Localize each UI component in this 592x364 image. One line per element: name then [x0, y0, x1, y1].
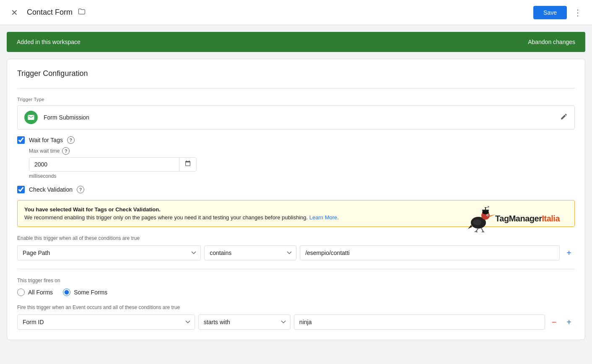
- fires-on-radio-group: All Forms Some Forms: [17, 289, 575, 296]
- some-forms-radio[interactable]: [63, 289, 70, 296]
- warning-body: We recommend enabling this trigger only …: [24, 214, 568, 221]
- warning-title: You have selected Wait for Tags or Check…: [24, 206, 568, 213]
- form-submission-icon: [24, 111, 38, 124]
- max-wait-input[interactable]: [29, 158, 179, 171]
- condition2-operator-dropdown[interactable]: contains equals starts with ends with ma…: [198, 315, 291, 330]
- abandon-changes-link[interactable]: Abandon changes: [528, 39, 575, 45]
- some-forms-label: Some Forms: [74, 289, 107, 296]
- condition1-variable-dropdown[interactable]: Page Path Form ID Form Classes Form Elem…: [17, 245, 201, 260]
- header-right: Save ⋮: [533, 5, 585, 20]
- remove-condition2-button[interactable]: −: [548, 316, 560, 329]
- some-forms-option[interactable]: Some Forms: [63, 289, 107, 296]
- svg-line-18: [482, 231, 483, 232]
- wait-for-tags-label[interactable]: Wait for Tags: [29, 137, 63, 143]
- fire-condition-row: Page Path Form ID Form Classes Form Elem…: [17, 315, 575, 330]
- check-validation-row: Check Validation ?: [17, 186, 575, 193]
- max-wait-input-wrapper: [29, 157, 197, 172]
- trigger-type-name: Form Submission: [44, 114, 89, 121]
- svg-line-13: [476, 228, 478, 231]
- condition2-variable-dropdown[interactable]: Page Path Form ID Form Classes Form Elem…: [17, 315, 195, 330]
- max-wait-picker-button[interactable]: [179, 158, 196, 171]
- header: ✕ Contact Form Save ⋮: [0, 0, 592, 25]
- trigger-type-label: Trigger Type: [17, 97, 575, 102]
- all-forms-option[interactable]: All Forms: [17, 289, 53, 296]
- divider: [17, 88, 575, 88]
- check-validation-label[interactable]: Check Validation: [29, 186, 73, 193]
- condition2-value-input[interactable]: [294, 315, 545, 330]
- condition1-operator-dropdown[interactable]: contains equals starts with ends with ma…: [204, 245, 296, 260]
- page-title: Contact Form: [27, 8, 73, 17]
- add-condition1-button[interactable]: +: [563, 247, 575, 260]
- banner-text: Added in this workspace: [17, 39, 80, 45]
- enable-condition-row: Page Path Form ID Form Classes Form Elem…: [17, 245, 575, 260]
- close-button[interactable]: ✕: [7, 5, 22, 20]
- more-options-button[interactable]: ⋮: [570, 5, 585, 20]
- trigger-type-left: Form Submission: [24, 111, 89, 124]
- all-forms-radio[interactable]: [17, 289, 25, 296]
- trigger-config-card: Trigger Configuration Trigger Type Form …: [7, 59, 585, 340]
- folder-icon[interactable]: [78, 7, 86, 18]
- enable-section-label: Enable this trigger when all of these co…: [17, 235, 575, 241]
- fire-section-label: Fire this trigger when an Event occurs a…: [17, 304, 575, 310]
- workspace-banner: Added in this workspace Abandon changes: [7, 32, 585, 52]
- max-wait-label: Max wait time ?: [29, 147, 575, 155]
- learn-more-link[interactable]: Learn More: [309, 214, 337, 221]
- max-wait-help-icon[interactable]: ?: [62, 147, 70, 155]
- svg-line-17: [481, 228, 483, 231]
- all-forms-label: All Forms: [28, 289, 53, 296]
- card-title: Trigger Configuration: [17, 69, 575, 78]
- svg-line-20: [483, 231, 484, 232]
- edit-trigger-type-icon[interactable]: [560, 113, 568, 122]
- divider2: [17, 269, 575, 269]
- svg-line-16: [476, 231, 478, 232]
- condition1-value-input[interactable]: [300, 245, 560, 260]
- milliseconds-label: milliseconds: [29, 173, 575, 179]
- wait-for-tags-row: Wait for Tags ?: [17, 136, 575, 144]
- add-condition2-button[interactable]: +: [563, 316, 575, 329]
- fires-on-label: This trigger fires on: [17, 278, 575, 283]
- trigger-type-row: Form Submission: [17, 105, 575, 130]
- max-wait-section: Max wait time ? milliseconds: [29, 147, 575, 179]
- wait-for-tags-help-icon[interactable]: ?: [67, 136, 75, 144]
- check-validation-checkbox[interactable]: [17, 186, 25, 193]
- header-left: ✕ Contact Form: [7, 5, 86, 20]
- wait-for-tags-checkbox[interactable]: [17, 136, 25, 144]
- save-button[interactable]: Save: [533, 6, 567, 19]
- warning-box: You have selected Wait for Tags or Check…: [17, 200, 575, 227]
- check-validation-help-icon[interactable]: ?: [77, 186, 84, 193]
- svg-line-14: [475, 231, 476, 232]
